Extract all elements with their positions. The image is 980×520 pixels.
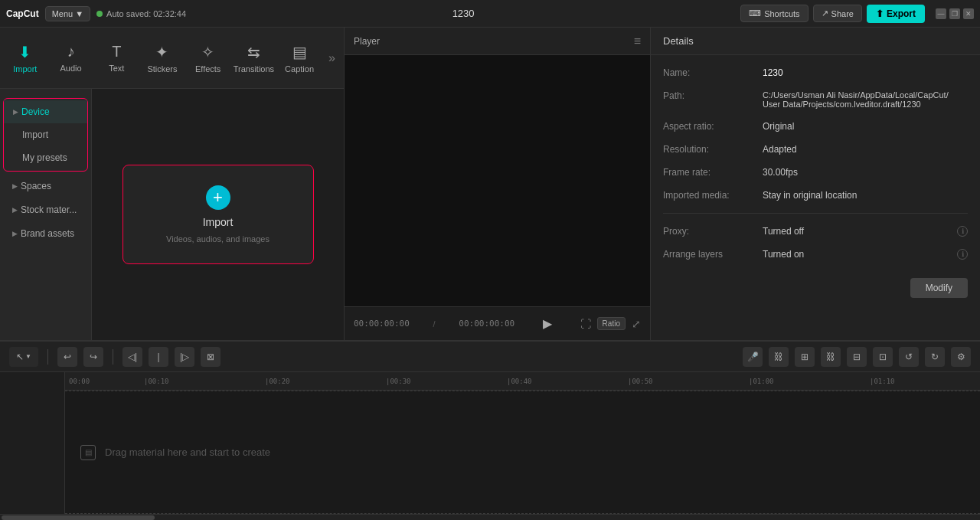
chain-button[interactable]: ⛓ <box>821 347 841 367</box>
grid-button[interactable]: ⊞ <box>795 347 815 367</box>
close-button[interactable]: ✕ <box>963 8 974 19</box>
grid-icon: ⊞ <box>801 352 808 362</box>
detail-row-proxy: Proxy: Turned off ℹ <box>663 226 968 237</box>
mic-button[interactable]: 🎤 <box>743 347 763 367</box>
redo-button[interactable]: ↪ <box>83 347 103 367</box>
toolbar-item-effects[interactable]: ✧ Effects <box>186 32 230 84</box>
minimize-button[interactable]: — <box>936 8 946 19</box>
ruler-mark-3: |00:30 <box>386 378 411 385</box>
left-panel: ⬇ Import ♪ Audio T Text ✦ Stickers <box>0 28 345 340</box>
restore-button[interactable]: ❐ <box>949 8 960 19</box>
detail-label-framerate: Frame rate: <box>663 167 763 178</box>
select-tool-button[interactable]: ↖ ▼ <box>9 347 38 367</box>
sidebar-import-label: Import <box>22 129 48 140</box>
timeline-scrollbar-thumb[interactable] <box>2 515 155 520</box>
play-button[interactable]: ▶ <box>538 315 557 333</box>
player-panel: Player ≡ 00:00:00:00 / 00:00:00:00 ▶ ⛶ R… <box>345 28 651 340</box>
detail-value-path: C:/Users/Usman Ali Nasir/AppData/Local/C… <box>763 90 949 109</box>
timeline-scrollbar[interactable] <box>0 514 980 520</box>
detail-value-imported-media: Stay in original location <box>763 190 857 201</box>
spaces-chevron-icon: ▶ <box>12 182 18 190</box>
ruler-mark-1: |00:10 <box>144 378 169 385</box>
split-right-button[interactable]: |▷ <box>175 347 194 367</box>
tl-separator-1 <box>47 349 48 365</box>
undo2-button[interactable]: ↺ <box>899 347 919 367</box>
import-icon: ⬇ <box>18 43 31 61</box>
ratio-button[interactable]: Ratio <box>597 317 626 330</box>
export-button[interactable]: ⬆ Export <box>867 5 925 23</box>
sidebar-item-stock-material[interactable]: ▶ Stock mater... <box>3 198 88 221</box>
mic-icon: 🎤 <box>747 352 759 362</box>
split-left-button[interactable]: ◁| <box>122 347 142 367</box>
stickers-icon: ✦ <box>155 43 168 61</box>
redo2-button[interactable]: ↻ <box>925 347 945 367</box>
settings-button[interactable]: ⚙ <box>951 347 971 367</box>
import-box[interactable]: + Import Videos, audios, and images <box>122 165 314 264</box>
toolbar-item-import[interactable]: ⬇ Import <box>3 32 47 84</box>
arrange-info-icon[interactable]: ℹ <box>957 249 968 260</box>
detail-label-imported-media: Imported media: <box>663 190 763 201</box>
shortcuts-button[interactable]: ⌨ Shortcuts <box>740 5 808 22</box>
timeline-labels <box>0 372 65 514</box>
media-area: + Import Videos, audios, and images <box>92 89 344 340</box>
ruler-mark-5: |00:50 <box>628 378 653 385</box>
split-button[interactable]: | <box>149 347 168 367</box>
sidebar-item-spaces[interactable]: ▶ Spaces <box>3 175 88 198</box>
proxy-info-icon[interactable]: ℹ <box>957 226 968 237</box>
menu-arrow-icon: ▼ <box>75 9 83 18</box>
modify-button[interactable]: Modify <box>910 278 968 298</box>
undo-button[interactable]: ↩ <box>57 347 77 367</box>
timeline-empty-text: Drag material here and start to create <box>105 446 270 458</box>
player-right-controls: ⛶ Ratio ⤢ <box>580 317 641 330</box>
detail-value-resolution: Adapted <box>763 144 797 155</box>
toolbar-import-label: Import <box>13 64 37 74</box>
detail-label-proxy: Proxy: <box>663 226 763 237</box>
delete-button[interactable]: ⊠ <box>201 347 220 367</box>
timeline-empty-area[interactable]: ▤ Drag material here and start to create <box>65 391 980 514</box>
menu-button[interactable]: Menu ▼ <box>45 6 90 21</box>
toolbar-item-transitions[interactable]: ⇆ Transitions <box>232 32 276 84</box>
fullscreen-icon[interactable]: ⛶ <box>580 318 591 330</box>
cols-icon: ⊟ <box>853 352 861 362</box>
toolbar-audio-label: Audio <box>60 64 81 73</box>
export-icon: ⬆ <box>876 8 884 19</box>
sidebar-spaces-label: Spaces <box>21 181 51 191</box>
toolbar-item-caption[interactable]: ▤ Caption <box>277 32 322 84</box>
text-icon: T <box>112 43 121 61</box>
sidebar-item-my-presets[interactable]: My presets <box>4 146 87 169</box>
screen-button[interactable]: ⊡ <box>873 347 893 367</box>
screen-icon: ⊡ <box>879 352 887 362</box>
caption-icon: ▤ <box>292 43 307 61</box>
effects-icon: ✧ <box>201 43 214 61</box>
autosave-text: Auto saved: 02:32:44 <box>106 9 186 18</box>
toolbar-text-label: Text <box>109 64 124 73</box>
detail-value-proxy: Turned off <box>763 226 804 237</box>
link-button[interactable]: ⛓ <box>769 347 789 367</box>
toolbar-item-audio[interactable]: ♪ Audio <box>49 32 93 84</box>
sidebar-item-brand-assets[interactable]: ▶ Brand assets <box>3 222 88 245</box>
sidebar-item-import[interactable]: Import <box>4 123 87 146</box>
redo2-icon: ↻ <box>931 352 939 362</box>
detail-label-resolution: Resolution: <box>663 144 763 155</box>
toolbar-item-text[interactable]: T Text <box>94 32 139 84</box>
timeline-right-tools: 🎤 ⛓ ⊞ ⛓ ⊟ ⊡ <box>743 347 971 367</box>
left-content: ▶ Device Import My presets ▶ <box>0 89 344 340</box>
sidebar-item-device[interactable]: ▶ Device <box>4 100 87 123</box>
toolbar-more-button[interactable]: » <box>323 32 341 84</box>
toolbar-caption-label: Caption <box>285 64 314 74</box>
share-button[interactable]: ↗ Share <box>813 5 862 22</box>
sidebar-my-presets-label: My presets <box>22 152 67 163</box>
shortcuts-label: Shortcuts <box>764 9 799 18</box>
autosave-indicator: Auto saved: 02:32:44 <box>96 9 186 18</box>
player-menu-icon[interactable]: ≡ <box>634 34 641 48</box>
timeline-empty-icon: ▤ <box>80 445 96 460</box>
expand-icon[interactable]: ⤢ <box>632 318 641 330</box>
timeline-ruler: 00:00 |00:10 |00:20 |00:30 |00:40 |00:50… <box>65 372 980 391</box>
toolbar-item-stickers[interactable]: ✦ Stickers <box>140 32 185 84</box>
cols-button[interactable]: ⊟ <box>847 347 867 367</box>
detail-row-resolution: Resolution: Adapted <box>663 144 968 155</box>
sidebar: ▶ Device Import My presets ▶ <box>0 89 92 340</box>
sidebar-device-label: Device <box>21 106 50 117</box>
detail-row-arrange: Arrange layers Turned on ℹ <box>663 249 968 260</box>
toolbar-effects-label: Effects <box>195 64 220 74</box>
